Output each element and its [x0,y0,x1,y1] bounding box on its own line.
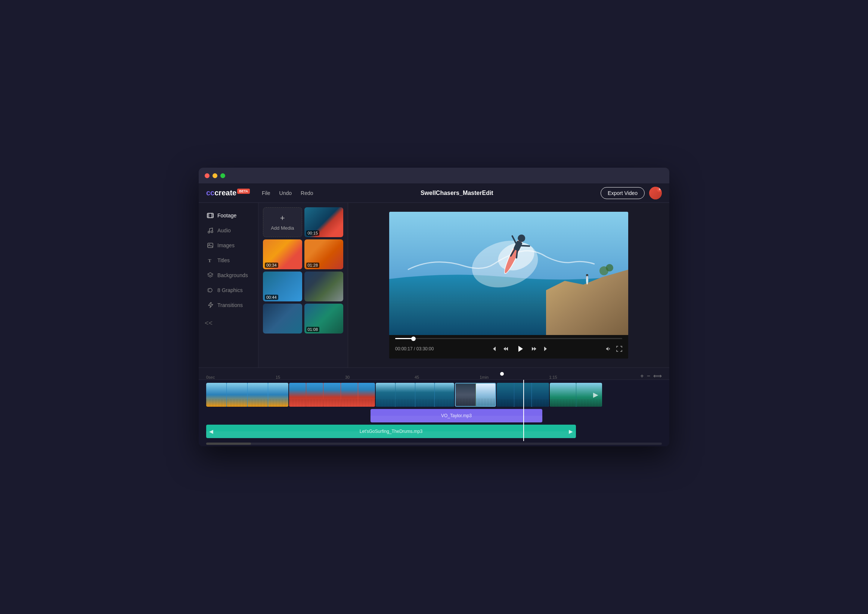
avatar[interactable]: 3 [649,187,662,200]
sidebar-collapse-button[interactable]: << [199,316,258,330]
add-media-button[interactable]: + Add Media [263,207,302,237]
svg-text:T: T [208,258,211,263]
svg-point-7 [208,231,210,233]
svg-point-12 [208,288,212,292]
skip-forward-button[interactable] [543,346,549,352]
zoom-fit-button[interactable]: ⟺ [653,372,662,380]
progress-track[interactable] [395,338,622,339]
surf-scene [389,212,628,335]
svg-point-8 [211,231,213,233]
app-window: cccreateBETA File Undo Redo SwellChasers… [199,168,669,446]
timeline-scrollbar[interactable] [206,443,662,445]
header: cccreateBETA File Undo Redo SwellChasers… [199,183,669,203]
vo-audio-track[interactable]: VO_Taylor.mp3 [370,409,542,422]
play-indicator: ▶ [593,391,598,399]
media-thumbnail-6[interactable] [263,304,302,333]
file-menu[interactable]: File [262,190,270,196]
fast-forward-button[interactable] [531,346,537,352]
waveform-surf2 [456,398,495,406]
scrollbar-thumb[interactable] [206,443,251,445]
track-segment-surf1[interactable] [289,383,375,407]
audio-scroll-right[interactable]: ▶ [569,428,573,434]
shapes-icon [207,287,214,293]
playback-buttons [491,344,549,354]
svg-point-25 [606,264,613,271]
ruler-zoom-controls: + − ⟺ [640,372,662,380]
volume-icon[interactable] [606,346,612,352]
rewind-button[interactable] [503,346,509,352]
media-thumbnail-3[interactable]: 01:28 [304,239,344,269]
media-thumbnail-4[interactable]: 00:44 [263,271,302,301]
media-thumbnail-1[interactable]: 00:15 [304,207,344,237]
sidebar-item-footage[interactable]: Footage [201,209,256,222]
thumb-duration-4: 00:44 [265,295,278,300]
sidebar-label-footage: Footage [217,212,236,219]
waveform-ocean [550,399,602,407]
add-media-label: Add Media [271,225,294,231]
track-segment-ocean[interactable]: ▶ [550,383,602,407]
project-title: SwellChasers_MasterEdit [313,190,601,197]
titlebar [199,168,669,183]
track-segment-surf2[interactable] [455,383,496,407]
progress-thumb[interactable] [411,336,416,341]
text-icon: T [207,257,214,264]
waveform-beach [206,399,288,407]
media-grid: + Add Media 00:15 00:34 [263,207,343,333]
svg-rect-9 [208,243,213,248]
header-right: Export Video 3 [601,187,662,200]
video-player: 00:00:17 / 03:30:00 [389,212,628,358]
zoom-in-button[interactable]: + [640,373,643,380]
media-thumbnail-2[interactable]: 00:34 [263,239,302,269]
sidebar-item-audio[interactable]: Audio [201,224,256,237]
ruler-label-1-15: 1:15 [549,375,557,380]
export-button[interactable]: Export Video [601,187,645,199]
track-segment-wave[interactable] [376,383,454,407]
zoom-out-button[interactable]: − [647,373,650,380]
ruler-label-30: 30 [345,375,350,380]
sidebar-item-titles[interactable]: T Titles [201,254,256,267]
video-progress-bar-container: 00:00:17 / 03:30:00 [389,335,628,358]
right-controls [606,346,622,352]
time-display: 00:00:17 / 03:30:00 [395,346,434,352]
logo-cc: cc [206,189,214,197]
music-icon [207,227,214,234]
timeline-ruler: 0sec 15 30 45 1min 1:15 + − ⟺ [199,368,669,380]
film-icon [207,212,214,219]
sidebar-label-audio: Audio [217,228,231,233]
beta-badge: BETA [237,189,250,194]
music-label: Let'sGoSurfing_TheDrums.mp3 [360,429,422,434]
music-audio-track[interactable]: ◀ Let'sGoSurfing_TheDrums.mp3 ▶ [206,425,576,438]
sidebar-item-images[interactable]: Images [201,239,256,252]
svg-point-28 [586,276,588,285]
logo: cccreateBETA [206,189,250,197]
main-content: Footage Audio [199,203,669,367]
ruler-label-45: 45 [415,375,419,380]
waveform-wave [376,399,454,407]
sidebar-item-backgrounds[interactable]: Backgrounds [201,268,256,282]
preview-area: 00:00:17 / 03:30:00 [348,203,669,367]
sidebar-label-backgrounds: Backgrounds [217,272,248,278]
track-segment-surf3[interactable] [497,383,549,407]
sidebar-label-transitions: Transitions [217,302,243,308]
minimize-dot[interactable] [212,173,217,178]
media-thumbnail-7[interactable]: 01:08 [304,304,344,333]
track-segment-beach[interactable] [206,383,288,407]
skip-back-button[interactable] [491,346,497,352]
undo-menu[interactable]: Undo [279,190,292,196]
media-panel: + Add Media 00:15 00:34 [259,203,348,367]
media-thumbnail-5[interactable] [304,271,344,301]
fullscreen-icon[interactable] [616,346,622,352]
sidebar-item-transitions[interactable]: Transitions [201,298,256,312]
thumb-duration-7: 01:08 [306,327,320,332]
play-button[interactable] [515,344,525,354]
maximize-dot[interactable] [220,173,225,178]
image-icon [207,242,214,249]
sidebar-item-graphics[interactable]: 8 Graphics [201,284,256,297]
playhead-dot [500,372,504,376]
redo-menu[interactable]: Redo [301,190,313,196]
ruler-marks: 0sec 15 30 45 1min 1:15 [206,368,640,380]
vo-track-row: VO_Taylor.mp3 [206,409,662,422]
close-dot[interactable] [205,173,209,178]
thumb-image-5 [304,271,344,301]
waveform-surf1 [289,399,375,407]
